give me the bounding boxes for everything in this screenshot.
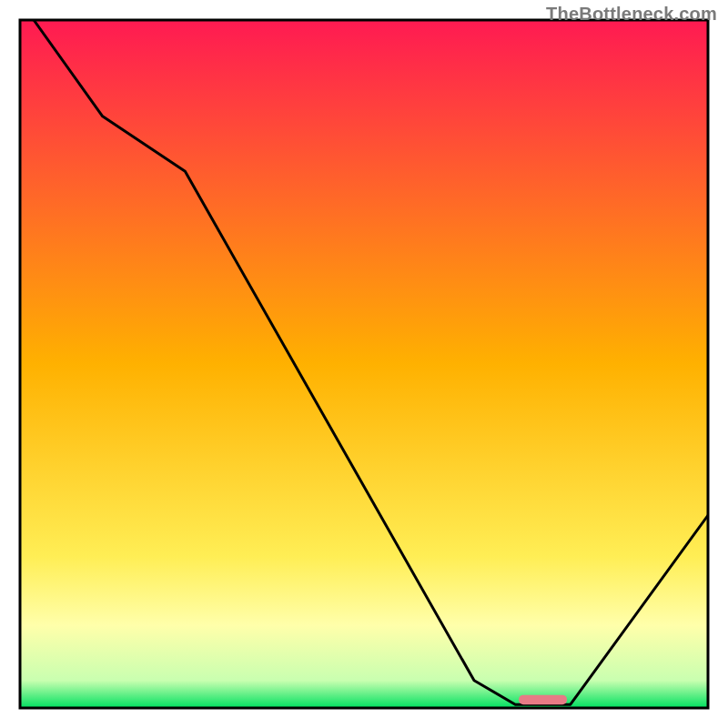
chart-stage: TheBottleneck.com	[0, 0, 728, 728]
watermark-text: TheBottleneck.com	[546, 4, 717, 25]
plot-background	[20, 20, 708, 708]
optimal-zone-marker	[519, 695, 567, 705]
bottleneck-chart	[0, 0, 728, 728]
